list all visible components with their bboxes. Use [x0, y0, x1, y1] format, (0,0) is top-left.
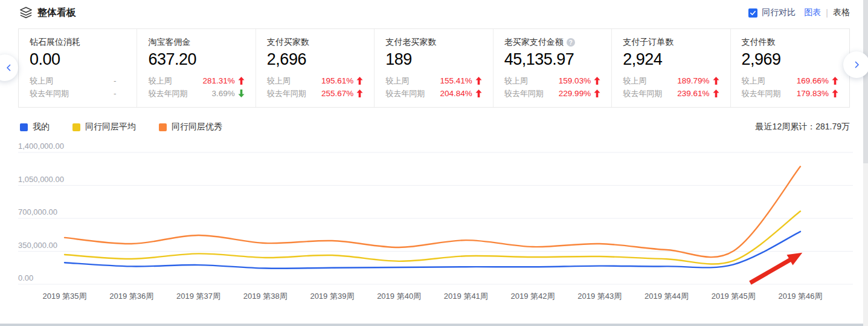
- compare-label: 较上周: [742, 76, 765, 86]
- compare-label: 较去年同期: [267, 88, 306, 99]
- y-axis-label: 1,400,000.00: [18, 142, 64, 151]
- trend-up-icon: [594, 77, 602, 85]
- layers-icon: [19, 6, 33, 19]
- compare-checkbox-label[interactable]: 同行对比: [762, 7, 796, 18]
- kpi-card-paid-suborders[interactable]: 支付子订单数 2,924 较上周 189.79% 较去年同期 239.61%: [612, 29, 730, 107]
- trend-up-icon: [832, 77, 840, 85]
- trend-up-icon: [356, 90, 364, 97]
- y-axis-label: 350,000.00: [18, 241, 57, 250]
- kpi-value: 2,969: [742, 50, 840, 69]
- compare-label: 较去年同期: [504, 88, 544, 99]
- compare-value: 155.41%: [440, 76, 472, 85]
- compare-label: 较去年同期: [30, 88, 69, 99]
- legend-swatch: [159, 123, 167, 131]
- compare-value: 189.79%: [677, 76, 709, 85]
- legend-label: 同行同层平均: [85, 122, 136, 132]
- view-toggle-table[interactable]: 表格: [833, 7, 850, 18]
- compare-value: 169.66%: [797, 76, 829, 85]
- series-line-0: [65, 232, 800, 269]
- compare-value: 255.67%: [321, 89, 353, 98]
- carousel-prev-button[interactable]: [0, 54, 18, 81]
- help-icon[interactable]: ?: [567, 38, 575, 47]
- kpi-value: 0.00: [30, 50, 127, 69]
- kpi-card-paid-buyers[interactable]: 支付买家数 2,696 较上周 195.61% 较去年同期 255.67%: [256, 29, 375, 107]
- kpi-card-paid-old-buyers[interactable]: 支付老买家数 189 较上周 155.41% 较去年同期 204.84%: [375, 29, 493, 107]
- compare-label: 较上周: [385, 76, 409, 86]
- x-axis-label: 2019 第46周: [761, 291, 840, 302]
- compare-label: 较上周: [267, 76, 291, 86]
- trend-down-icon: [238, 90, 246, 97]
- legend-item-peer-excellent[interactable]: 同行同层优秀: [159, 122, 222, 132]
- compare-label: 较去年同期: [623, 88, 662, 99]
- legend-item-peer-average[interactable]: 同行同层平均: [72, 122, 136, 132]
- compare-label: 较去年同期: [148, 88, 187, 99]
- trend-up-icon: [832, 90, 840, 97]
- compare-value: 179.83%: [797, 89, 829, 98]
- view-toggle-chart[interactable]: 图表: [804, 7, 821, 18]
- compare-label: 较上周: [30, 76, 53, 86]
- series-line-2: [65, 166, 800, 257]
- compare-value: 239.61%: [677, 89, 709, 98]
- kpi-value: 637.20: [148, 50, 245, 69]
- compare-value: -: [114, 89, 117, 98]
- legend-item-mine[interactable]: 我的: [20, 122, 50, 132]
- legend-label: 同行同层优秀: [172, 122, 222, 132]
- compare-value: -: [114, 76, 117, 85]
- kpi-title: 支付件数: [742, 37, 840, 48]
- horizontal-scrollbar-thumb[interactable]: [0, 324, 868, 326]
- kpi-value: 45,135.97: [504, 50, 602, 69]
- kpi-title: 支付子订单数: [623, 37, 720, 48]
- legend-swatch: [72, 123, 80, 131]
- compare-label: 较上周: [148, 76, 172, 86]
- y-axis-label: 700,000.00: [18, 207, 57, 217]
- recent-12-weeks-total: 最近12周累计：281.79万: [756, 122, 852, 132]
- trend-up-icon: [713, 77, 721, 85]
- horizontal-scrollbar[interactable]: [0, 323, 868, 326]
- series-line-1: [65, 211, 800, 264]
- trend-up-icon: [713, 90, 721, 97]
- header-bar: 整体看板 同行对比 图表 | 表格: [0, 0, 868, 25]
- kpi-value: 2,924: [623, 50, 720, 69]
- compare-label: 较上周: [623, 76, 646, 86]
- kpi-card-row: 钻石展位消耗 0.00 较上周 - 较去年同期 - 淘宝客佣金 637.20 较…: [18, 28, 850, 108]
- kpi-title: 老买家支付金额: [504, 37, 564, 48]
- chart-legend: 我的 同行同层平均 同行同层优秀 最近12周累计：281.79万: [20, 122, 852, 132]
- dashboard: 整体看板 同行对比 图表 | 表格 钻石展位消耗 0.00 较上周 - 较去年同…: [0, 0, 868, 326]
- compare-value: 229.99%: [559, 89, 591, 98]
- kpi-card-taoke-commission[interactable]: 淘宝客佣金 637.20 较上周 281.31% 较去年同期 3.69%: [137, 29, 256, 107]
- kpi-title: 钻石展位消耗: [30, 37, 127, 48]
- compare-value: 195.61%: [321, 76, 353, 85]
- legend-swatch: [20, 123, 28, 131]
- page-title: 整体看板: [37, 7, 76, 19]
- chart-annotation-arrow: [749, 253, 802, 285]
- compare-label: 较上周: [504, 76, 528, 86]
- compare-value: 3.69%: [212, 89, 235, 98]
- kpi-value: 189: [385, 50, 483, 69]
- trend-up-icon: [475, 90, 483, 97]
- compare-value: 281.31%: [203, 76, 235, 85]
- vertical-scrollbar[interactable]: [863, 0, 868, 326]
- kpi-card-paid-items[interactable]: 支付件数 2,969 较上周 169.66% 较去年同期 179.83%: [731, 29, 849, 107]
- kpi-title: 支付老买家数: [385, 37, 483, 48]
- compare-label: 较去年同期: [742, 88, 781, 99]
- trend-up-icon: [475, 77, 483, 85]
- kpi-card-old-buyer-amount[interactable]: 老买家支付金额 ? 45,135.97 较上周 159.03% 较去年同期 22…: [493, 29, 612, 107]
- carousel-next-button[interactable]: [843, 51, 868, 78]
- legend-label: 我的: [33, 122, 50, 132]
- y-axis-label: 1,050,000.00: [18, 175, 64, 184]
- y-axis-label: 0.00: [18, 273, 33, 282]
- trend-up-icon: [594, 90, 602, 97]
- kpi-value: 2,696: [267, 50, 364, 69]
- trend-up-icon: [356, 77, 364, 85]
- kpi-title: 淘宝客佣金: [148, 37, 245, 48]
- vertical-scrollbar-thumb[interactable]: [863, 0, 868, 163]
- compare-value: 204.84%: [440, 89, 472, 98]
- header-controls: 同行对比 图表 | 表格: [748, 7, 850, 18]
- compare-label: 较去年同期: [385, 88, 425, 99]
- view-toggle-separator: |: [826, 8, 828, 18]
- compare-checkbox[interactable]: [748, 8, 757, 18]
- kpi-card-diamond-spend[interactable]: 钻石展位消耗 0.00 较上周 - 较去年同期 -: [19, 29, 137, 107]
- kpi-title: 支付买家数: [267, 37, 364, 48]
- trend-up-icon: [238, 77, 246, 85]
- compare-value: 159.03%: [559, 76, 591, 85]
